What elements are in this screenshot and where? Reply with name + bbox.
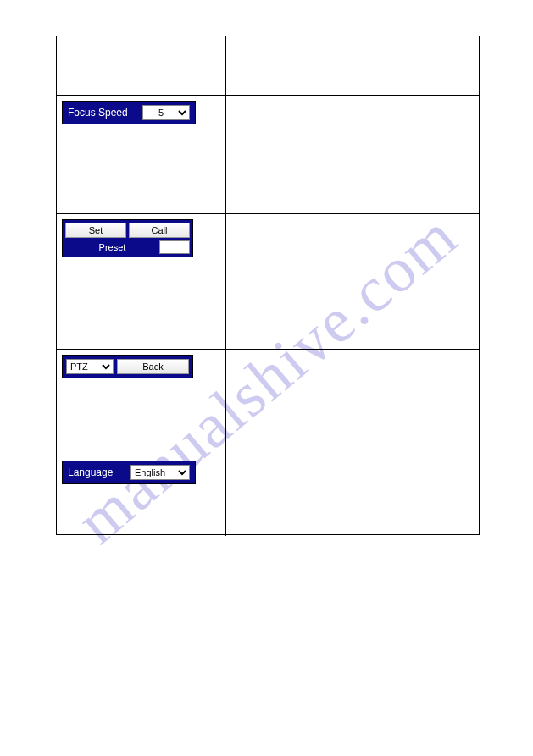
row-ptz: PTZ Back <box>57 350 479 455</box>
language-panel: Language English <box>62 461 196 484</box>
language-label: Language <box>68 466 113 478</box>
focus-speed-select[interactable]: 5 <box>142 105 190 120</box>
row-preset: Set Call Preset <box>57 214 479 350</box>
set-button[interactable]: Set <box>65 223 126 238</box>
preset-panel: Set Call Preset <box>62 219 193 257</box>
focus-speed-label: Focus Speed <box>68 107 128 119</box>
ptz-panel: PTZ Back <box>62 355 193 378</box>
ptz-mode-select[interactable]: PTZ <box>66 359 114 374</box>
back-button[interactable]: Back <box>117 359 189 374</box>
preset-label: Preset <box>65 242 159 252</box>
row-focus-speed: Focus Speed 5 <box>57 96 479 214</box>
focus-speed-panel: Focus Speed 5 <box>62 101 196 124</box>
row-language: Language English <box>57 455 479 536</box>
row-empty-top <box>57 36 479 96</box>
language-select[interactable]: English <box>130 465 190 480</box>
settings-table: Focus Speed 5 Set Call Preset <box>56 36 480 535</box>
preset-input[interactable] <box>159 240 190 254</box>
call-button[interactable]: Call <box>129 223 190 238</box>
